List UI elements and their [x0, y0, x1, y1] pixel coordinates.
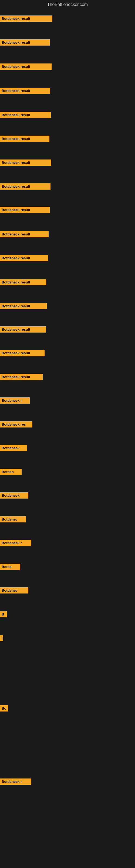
bottleneck-result-item: Bottleneck result: [0, 303, 47, 309]
bottleneck-result-item: Bottleneck r: [0, 540, 31, 546]
bottleneck-result-item: Bottleneck result: [0, 112, 51, 118]
site-title: TheBottlenecker.com: [0, 0, 135, 9]
bottleneck-result-item: Bottlenec: [0, 587, 28, 593]
bottleneck-result-item: Bottleneck r: [0, 397, 30, 404]
bottleneck-result-item: Bottleneck result: [0, 326, 46, 333]
bottleneck-result-item: Bottleneck result: [0, 63, 52, 70]
bottleneck-result-item: Bottleneck result: [0, 39, 50, 45]
bottleneck-result-item: Bottleneck: [0, 492, 28, 499]
bottleneck-result-item: |: [0, 635, 3, 641]
bottleneck-result-item: Bottleneck r: [0, 778, 31, 785]
bottleneck-result-item: Bottleneck: [0, 445, 27, 451]
bottleneck-result-item: Bottle: [0, 564, 20, 570]
bottleneck-result-item: Bottleneck result: [0, 16, 52, 22]
bottleneck-result-item: Bottleneck result: [0, 374, 43, 380]
bottleneck-result-item: Bo: [0, 705, 8, 712]
bottleneck-result-item: Bottleneck result: [0, 350, 45, 356]
bottleneck-result-item: Bottleneck result: [0, 183, 50, 190]
bottleneck-result-item: Bottleneck res: [0, 421, 32, 428]
bottleneck-result-item: Bottleneck result: [0, 207, 50, 213]
bottleneck-result-item: Bottlenec: [0, 516, 26, 522]
bottleneck-result-item: Bottleneck result: [0, 159, 51, 166]
bottleneck-result-item: Bottleneck result: [0, 279, 46, 285]
bottleneck-result-item: Bottleneck result: [0, 135, 49, 142]
bottleneck-result-item: B: [0, 611, 7, 617]
bottleneck-result-item: Bottlen: [0, 469, 21, 475]
bottleneck-result-item: Bottleneck result: [0, 255, 48, 261]
bottleneck-result-item: Bottleneck result: [0, 88, 50, 94]
bottleneck-result-item: Bottleneck result: [0, 231, 49, 237]
